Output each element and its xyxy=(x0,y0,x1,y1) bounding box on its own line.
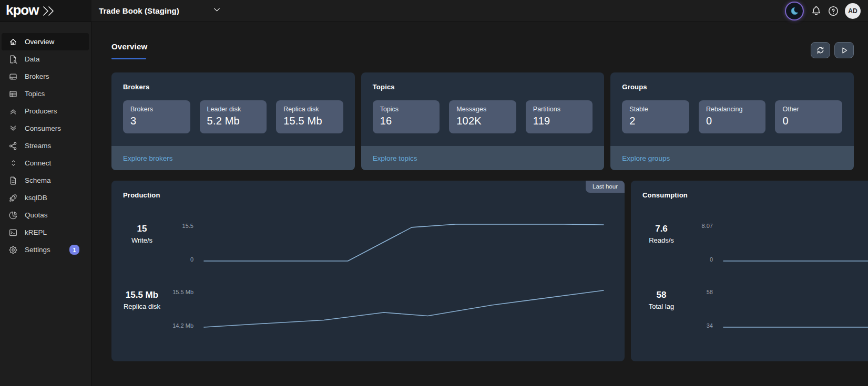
tile-value: 119 xyxy=(533,115,586,127)
environment-selector[interactable]: Trade Book (Staging) xyxy=(99,5,222,17)
sidebar-label: Producers xyxy=(25,107,57,115)
play-button[interactable] xyxy=(834,42,854,58)
y-max-label: 15.5 xyxy=(161,223,193,229)
card-title: Topics xyxy=(373,83,593,91)
spark-rows: 7.6 Reads/s 8.07 0 58 xyxy=(642,223,868,329)
stat-label: Replica disk xyxy=(123,302,161,310)
explore-groups-link[interactable]: Explore groups xyxy=(622,154,670,162)
sidebar-item-streams[interactable]: Streams xyxy=(2,137,89,154)
body-row: Overview Data Brokers Topics xyxy=(0,22,868,386)
sidebar: Overview Data Brokers Topics xyxy=(0,22,91,386)
page-header: Overview xyxy=(111,42,854,59)
y-axis-labels: 15.5 Mb 14.2 Mb xyxy=(161,289,193,329)
sidebar-item-settings[interactable]: Settings 1 xyxy=(2,241,89,258)
write-rate-row: 15 Write/s 15.5 0 xyxy=(123,223,613,263)
file-search-icon xyxy=(8,55,18,64)
chart-panels: Production Last hour 15 Write/s 15.5 0 xyxy=(111,181,854,361)
write-rate-stat: 15 Write/s xyxy=(123,223,161,244)
total-lag-stat: 58 Total lag xyxy=(642,289,680,310)
sidebar-label: Streams xyxy=(25,142,51,150)
read-rate-row: 7.6 Reads/s 8.07 0 xyxy=(642,223,868,263)
refresh-icon xyxy=(815,45,825,55)
pie-chart-icon xyxy=(8,211,18,220)
moon-icon xyxy=(790,6,799,16)
card-body: Topics Topics 16 Messages 102K P xyxy=(361,72,605,146)
sidebar-label: Connect xyxy=(25,159,51,167)
sidebar-item-consumers[interactable]: Consumers xyxy=(2,120,89,137)
help-icon xyxy=(828,5,839,17)
replica-disk-row: 15.5 Mb Replica disk 15.5 Mb 14.2 Mb xyxy=(123,289,613,329)
sidebar-label: Topics xyxy=(25,90,45,98)
sidebar-item-producers[interactable]: Producers xyxy=(2,102,89,120)
table-icon xyxy=(8,89,18,99)
sidebar-item-data[interactable]: Data xyxy=(2,50,89,68)
kpow-app: kpow Trade Book (Staging) xyxy=(0,0,868,386)
card-footer: Explore brokers xyxy=(111,146,355,170)
tile-value: 16 xyxy=(380,115,433,127)
sidebar-item-krepl[interactable]: kREPL xyxy=(2,224,89,241)
time-range-badge: Last hour xyxy=(586,181,625,193)
explore-brokers-link[interactable]: Explore brokers xyxy=(123,154,173,162)
sidebar-label: Schema xyxy=(25,176,51,184)
card-footer: Explore topics xyxy=(361,146,605,170)
sparkline-path xyxy=(723,290,868,327)
help-button[interactable] xyxy=(828,5,839,17)
partitions-tile: Partitions 119 xyxy=(526,100,593,133)
dark-mode-toggle[interactable] xyxy=(786,3,803,19)
chevron-down-icon xyxy=(212,5,222,17)
panel-title: Production xyxy=(123,191,613,199)
settings-badge: 1 xyxy=(69,245,79,255)
sidebar-item-schema[interactable]: Schema xyxy=(2,172,89,189)
y-axis-labels: 15.5 0 xyxy=(161,223,193,263)
sidebar-item-ksqldb[interactable]: ksqlDB xyxy=(2,189,89,206)
share-icon xyxy=(8,141,18,151)
card-footer: Explore groups xyxy=(610,146,854,170)
panel-title: Consumption xyxy=(642,191,868,199)
stat-value: 15 xyxy=(123,224,161,234)
kpow-logo: kpow xyxy=(0,0,91,22)
stat-label: Total lag xyxy=(642,302,680,310)
tile-label: Rebalancing xyxy=(706,106,759,113)
card-title: Brokers xyxy=(123,83,343,91)
topics-card: Topics Topics 16 Messages 102K P xyxy=(361,72,605,170)
hard-drive-icon xyxy=(8,72,18,81)
y-min-label: 14.2 Mb xyxy=(161,322,193,329)
replica-disk-sparkline xyxy=(204,289,604,329)
tile-value: 3 xyxy=(130,115,183,127)
stat-label: Write/s xyxy=(123,236,161,244)
sidebar-item-overview[interactable]: Overview xyxy=(2,33,89,50)
title-underline xyxy=(111,58,146,59)
sidebar-label: ksqlDB xyxy=(25,194,47,202)
tile-label: Brokers xyxy=(130,106,183,113)
summary-cards: Brokers Brokers 3 Leader disk 5.2 Mb xyxy=(111,72,854,170)
bell-icon xyxy=(811,5,822,16)
page-title: Overview xyxy=(111,42,147,51)
tile-value: 15.5 Mb xyxy=(283,115,336,127)
logo-chevrons-icon xyxy=(41,5,57,17)
sidebar-item-brokers[interactable]: Brokers xyxy=(2,68,89,85)
refresh-button[interactable] xyxy=(811,42,830,58)
stat-label: Reads/s xyxy=(642,236,680,244)
user-avatar[interactable]: AD xyxy=(845,3,861,19)
tile-label: Other xyxy=(782,106,835,113)
page-title-block: Overview xyxy=(111,42,147,59)
tile-label: Topics xyxy=(380,106,433,113)
tile-value: 0 xyxy=(782,115,835,127)
tile-value: 0 xyxy=(706,115,759,127)
tile-value: 102K xyxy=(456,115,509,127)
stat-value: 58 xyxy=(642,290,680,300)
explore-topics-link[interactable]: Explore topics xyxy=(373,154,417,162)
sidebar-item-quotas[interactable]: Quotas xyxy=(2,206,89,224)
sidebar-item-topics[interactable]: Topics xyxy=(2,85,89,102)
gear-icon xyxy=(8,245,18,255)
sidebar-label: Quotas xyxy=(25,211,48,219)
y-axis-labels: 8.07 0 xyxy=(680,223,713,263)
header-actions xyxy=(811,42,854,58)
topbar-main: Trade Book (Staging) xyxy=(91,0,868,22)
main-content: Overview xyxy=(91,22,868,386)
tile-label: Leader disk xyxy=(207,106,260,113)
stat-tiles: Stable 2 Rebalancing 0 Other 0 xyxy=(622,100,842,133)
sidebar-item-connect[interactable]: Connect xyxy=(2,154,89,172)
notifications-button[interactable] xyxy=(811,5,822,16)
tile-label: Replica disk xyxy=(283,106,336,113)
